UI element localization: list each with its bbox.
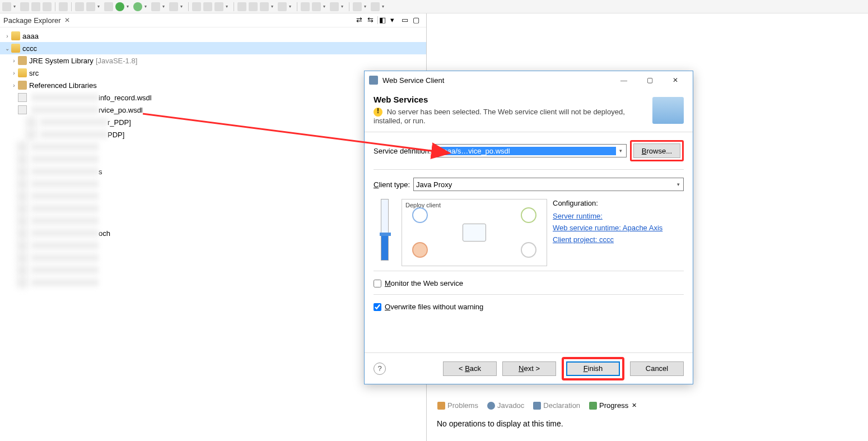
maximize-view-icon[interactable]: ▢ bbox=[413, 16, 422, 25]
dropdown-icon[interactable]: ▾ bbox=[180, 4, 185, 9]
toolbar-icon[interactable] bbox=[86, 2, 95, 11]
help-icon[interactable]: ? bbox=[374, 363, 386, 375]
toolbar-icon[interactable] bbox=[20, 2, 29, 11]
tree-item-obscured[interactable] bbox=[0, 190, 426, 202]
tree-wsdl-file-2[interactable]: rvice_po.wsdl bbox=[0, 104, 426, 116]
close-tab-icon[interactable]: ✕ bbox=[632, 402, 637, 409]
toolbar-icon[interactable] bbox=[192, 2, 201, 11]
collapse-icon[interactable]: ⌄ bbox=[3, 45, 11, 52]
tree-project-aaaa[interactable]: › aaaa bbox=[0, 30, 426, 42]
tree-item-obscured[interactable] bbox=[0, 276, 426, 289]
dropdown-icon[interactable]: ▾ bbox=[289, 4, 293, 9]
toolbar-icon[interactable] bbox=[43, 2, 52, 11]
toolbar-icon[interactable] bbox=[151, 2, 160, 11]
ws-runtime-link[interactable]: Web service runtime: Apache Axis bbox=[553, 224, 662, 232]
toolbar-icon[interactable] bbox=[59, 2, 68, 11]
toolbar-icon[interactable] bbox=[301, 2, 310, 11]
dropdown-icon[interactable]: ▾ bbox=[97, 4, 102, 9]
tab-progress[interactable]: Progress✕ bbox=[586, 400, 640, 411]
server-runtime-link[interactable]: Server runtime: bbox=[553, 212, 662, 220]
browse-button[interactable]: Browse... bbox=[633, 143, 680, 158]
view-menu-icon[interactable]: ▾ bbox=[390, 16, 399, 25]
toolbar-icon[interactable] bbox=[260, 2, 269, 11]
dropdown-icon[interactable]: ▾ bbox=[341, 4, 346, 9]
tab-problems[interactable]: Problems bbox=[434, 400, 482, 411]
tree-item-obscured[interactable]: r_PDP] bbox=[0, 116, 426, 128]
maximize-window-icon[interactable]: ▢ bbox=[637, 72, 662, 89]
client-level-slider[interactable] bbox=[381, 199, 389, 261]
tree-item-obscured[interactable] bbox=[0, 239, 426, 252]
close-view-icon[interactable]: ✕ bbox=[64, 16, 70, 24]
toolbar-icon[interactable] bbox=[2, 2, 11, 11]
toolbar-icon[interactable] bbox=[169, 2, 178, 11]
toolbar-icon[interactable] bbox=[237, 2, 246, 11]
tree-item-obscured[interactable]: och bbox=[0, 227, 426, 239]
back-icon[interactable] bbox=[353, 2, 362, 11]
tree-referenced-libraries[interactable]: › Referenced Libraries bbox=[0, 79, 426, 91]
toolbar-icon[interactable] bbox=[330, 2, 339, 11]
dialog-titlebar[interactable]: Web Service Client — ▢ ✕ bbox=[365, 71, 693, 89]
tree-item-obscured[interactable]: s bbox=[0, 165, 426, 178]
toolbar-icon[interactable] bbox=[249, 2, 258, 11]
monitor-checkbox[interactable] bbox=[374, 280, 381, 287]
tree-item-obscured[interactable] bbox=[0, 141, 426, 153]
dropdown-icon[interactable]: ▾ bbox=[144, 4, 149, 9]
tab-javadoc[interactable]: Javadoc bbox=[484, 400, 528, 411]
dropdown-icon[interactable]: ▾ bbox=[673, 182, 683, 187]
tree-project-cccc[interactable]: ⌄ cccc bbox=[0, 42, 426, 54]
dropdown-icon[interactable]: ▾ bbox=[364, 4, 368, 9]
expand-icon[interactable]: › bbox=[10, 70, 18, 76]
expand-icon[interactable]: › bbox=[3, 33, 11, 39]
toolbar-icon[interactable] bbox=[31, 2, 40, 11]
tree-item-obscured[interactable] bbox=[0, 153, 426, 165]
tree-src[interactable]: › src bbox=[0, 67, 426, 79]
slider-thumb[interactable] bbox=[380, 233, 391, 236]
expand-icon[interactable]: › bbox=[10, 58, 18, 64]
tree-jre-library[interactable]: › JRE System Library [JavaSE-1.8] bbox=[0, 54, 426, 67]
focus-icon[interactable]: ◧ bbox=[379, 16, 388, 25]
tree-item-obscured[interactable] bbox=[0, 264, 426, 276]
client-type-combo[interactable]: ▾ bbox=[413, 178, 684, 191]
client-project-link[interactable]: Client project: cccc bbox=[553, 235, 662, 244]
back-button[interactable]: < Back bbox=[443, 361, 497, 376]
tree-item-obscured[interactable] bbox=[0, 215, 426, 227]
service-definition-input[interactable] bbox=[435, 147, 616, 155]
link-editor-icon[interactable]: ⇆ bbox=[367, 16, 376, 25]
next-button[interactable]: Next > bbox=[502, 361, 556, 376]
tree-item-obscured[interactable] bbox=[0, 252, 426, 264]
debug-icon[interactable] bbox=[133, 2, 142, 11]
dropdown-icon[interactable]: ▾ bbox=[13, 4, 18, 9]
toolbar-icon[interactable] bbox=[203, 2, 212, 11]
project-icon bbox=[11, 44, 20, 53]
minimize-window-icon[interactable]: — bbox=[611, 72, 637, 89]
toolbar-icon[interactable] bbox=[214, 2, 223, 11]
project-tree[interactable]: › aaaa ⌄ cccc › JRE System Library [Java… bbox=[0, 27, 426, 291]
overwrite-checkbox[interactable] bbox=[374, 303, 381, 311]
toolbar-icon[interactable] bbox=[278, 2, 287, 11]
dropdown-icon[interactable]: ▾ bbox=[323, 4, 328, 9]
dropdown-icon[interactable]: ▾ bbox=[271, 4, 276, 9]
dropdown-icon[interactable]: ▾ bbox=[127, 4, 131, 9]
service-definition-combo[interactable]: ▾ bbox=[435, 144, 627, 157]
expand-icon[interactable]: › bbox=[10, 82, 18, 89]
cancel-button[interactable]: Cancel bbox=[630, 361, 684, 376]
forward-icon[interactable] bbox=[371, 2, 380, 11]
dropdown-icon[interactable]: ▾ bbox=[616, 148, 626, 154]
client-type-input[interactable] bbox=[414, 180, 673, 189]
collapse-all-icon[interactable]: ⇄ bbox=[356, 16, 365, 25]
dropdown-icon[interactable]: ▾ bbox=[162, 4, 167, 9]
toolbar-icon[interactable] bbox=[312, 2, 321, 11]
dropdown-icon[interactable]: ▾ bbox=[226, 4, 230, 9]
tab-declaration[interactable]: Declaration bbox=[530, 400, 584, 411]
tree-item-obscured[interactable] bbox=[0, 178, 426, 190]
toolbar-icon[interactable] bbox=[75, 2, 84, 11]
tree-item-obscured[interactable]: PDP] bbox=[0, 128, 426, 141]
tree-item-obscured[interactable] bbox=[0, 202, 426, 215]
run-icon[interactable] bbox=[115, 2, 124, 11]
minimize-view-icon[interactable]: ▭ bbox=[402, 16, 410, 25]
toolbar-icon[interactable] bbox=[104, 2, 113, 11]
finish-button[interactable]: Finish bbox=[566, 361, 620, 376]
close-window-icon[interactable]: ✕ bbox=[662, 72, 688, 89]
tree-wsdl-file-1[interactable]: info_record.wsdl bbox=[0, 91, 426, 104]
dropdown-icon[interactable]: ▾ bbox=[382, 4, 386, 9]
